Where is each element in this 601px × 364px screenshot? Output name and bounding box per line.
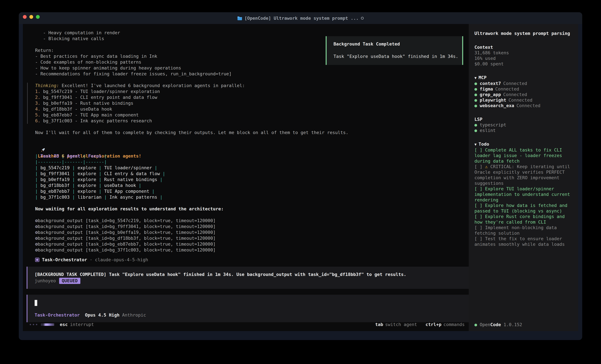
terminal-line: ⚙background_output [task_id=bg_5547c219,…: [23, 218, 469, 224]
ctrlp-key-hint[interactable]: ctrl+p: [425, 322, 441, 327]
terminal-line: | bg_f9ff3041 | explore | CLI entry & da…: [23, 171, 469, 177]
todo-item[interactable]: [ ] Explore Rust core bindings and how t…: [474, 214, 575, 225]
mcp-server-item: ●figmaConnected: [474, 86, 575, 92]
terminal-line: [23, 124, 469, 130]
close-window-button[interactable]: [23, 15, 27, 19]
user-name: junhoyeo: [35, 278, 56, 284]
terminal-line: Thinking: Excellent! I've launched 6 bac…: [28, 83, 469, 88]
context-stat: 31,686 tokens: [474, 50, 575, 56]
session-title: Ultrawork mode system prompt parsing: [474, 30, 575, 36]
tab-key-hint[interactable]: tab: [375, 322, 383, 327]
prompt-input[interactable]: Task-Orchestrator Opus 4.5 High Anthropi…: [27, 295, 469, 322]
terminal-line: ⚙background_output [task_id=bg_37f1c003,…: [23, 247, 469, 253]
input-model-label[interactable]: Opus 4.5 High: [85, 312, 119, 318]
context-stat: 16% used: [474, 56, 575, 61]
terminal-line: - Recommendations for fixing loader free…: [23, 71, 469, 77]
completed-task-text: [BACKGROUND TASK COMPLETED] Task "Explor…: [35, 271, 465, 278]
opencode-version: ● OpenCode 1.0.152: [474, 322, 522, 327]
terminal-line: | bg_37f1c003 | librarian | Ink async pa…: [23, 194, 469, 200]
terminal-line: | Task ID | Agent | Focus |: [23, 153, 469, 159]
title-bar: [OpenCode] Ultrawork mode system prompt …: [19, 12, 582, 24]
esc-key-hint[interactable]: esc: [60, 322, 68, 327]
terminal-line: ⚙background_output [task_id=bg_f9ff3041,…: [23, 224, 469, 230]
todo-item[interactable]: [ ] Complete ALL tasks to fix CLI loader…: [474, 147, 575, 164]
terminal-line: - Heavy computation in render: [23, 30, 469, 36]
terminal-line: 6. bg_37f1c003 - Ink async patterns rese…: [28, 118, 469, 124]
spinner-icon: [361, 17, 364, 19]
zoom-window-button[interactable]: [36, 15, 40, 19]
checkbox-icon[interactable]: [ ]: [474, 147, 485, 153]
mcp-server-item: ●playwrightConnected: [474, 97, 575, 103]
terminal-line: ⚙background_output [task_id=bg_eb87ebb7,…: [23, 241, 469, 247]
esc-key-label: interrupt: [70, 322, 94, 327]
terminal-line: | bg_df18bb3f | explore | useData hook |: [23, 182, 469, 188]
input-agent-label[interactable]: Task-Orchestrator: [35, 312, 80, 318]
minimize-window-button[interactable]: [30, 15, 33, 19]
queued-badge: QUEUED: [59, 278, 80, 284]
checkbox-icon[interactable]: [ ]: [474, 186, 485, 191]
terminal-line: - How to keep spinner animating during h…: [23, 65, 469, 71]
terminal-line: Now waiting for all exploration results …: [23, 206, 469, 212]
tool-output-text: Now I'll wait for all of them to complet…: [23, 124, 469, 253]
background-task-completed-box: [BACKGROUND TASK COMPLETED] Task "Explor…: [27, 267, 469, 289]
terminal-line: ⚙background_output [task_id=bg_df18bb3f,…: [23, 235, 469, 241]
lsp-server-item: ●typescript: [474, 122, 575, 128]
window-title-text: [OpenCode] Ultrawork mode system prompt …: [244, 16, 359, 21]
traffic-lights: [23, 15, 40, 19]
terminal-line: | bg_b0effa19 | explore | Rust native bi…: [23, 177, 469, 182]
rocket-icon: [35, 148, 45, 153]
terminal-line: 2. bg_f9ff3041 - CLI entry point and dat…: [28, 95, 469, 100]
text-cursor: [35, 300, 37, 306]
agent-name: Task-Orchestrator: [42, 257, 87, 263]
tab-key-label: switch agent: [385, 322, 417, 327]
mcp-server-item: ●websearch_exaConnected: [474, 103, 575, 108]
checkbox-icon[interactable]: [ ]: [474, 214, 485, 219]
todo-section: ▼Todo [ ] Complete ALL tasks to fix CLI …: [474, 141, 575, 247]
checkbox-icon[interactable]: [ ]: [474, 164, 485, 169]
todo-header[interactable]: ▼Todo: [474, 141, 575, 147]
working-spinner: [41, 323, 54, 326]
window-title: [OpenCode] Ultrawork mode system prompt …: [237, 16, 364, 21]
terminal-line: | bg_eb87ebb7 | explore | TUI App compon…: [23, 188, 469, 194]
terminal-line: 4. bg_df18bb3f - useData hook: [28, 106, 469, 112]
todo-item[interactable]: [ ] Explore how data is fetched and pass…: [474, 203, 575, 214]
status-bar: esc interrupt tab switch agent ctrl+p co…: [23, 322, 469, 327]
status-dot-icon: ●: [474, 103, 477, 108]
agent-icon: [35, 258, 39, 262]
status-dot-icon: ●: [474, 322, 477, 327]
mcp-section: ▼MCP ●context7Connected●figmaConnected●g…: [474, 75, 575, 108]
todo-item[interactable]: [ ] Implement non-blocking data fetching…: [474, 225, 575, 236]
terminal-line: [23, 135, 469, 141]
status-dot-icon: ●: [474, 122, 477, 128]
toast-notification[interactable]: Background Task Completed Task "Explore …: [326, 36, 463, 65]
chevron-down-icon[interactable]: ▼: [474, 76, 477, 80]
chevron-down-icon[interactable]: ▼: [474, 142, 477, 146]
progress-dots-icon: [30, 324, 37, 325]
model-name: claude-opus-4-5-high: [95, 257, 148, 263]
checkbox-icon[interactable]: [ ]: [474, 225, 485, 230]
status-dot-icon: ●: [474, 128, 477, 133]
notification-body: Task "Explore useData hook" finished in …: [333, 54, 462, 59]
mcp-header[interactable]: ▼MCP: [474, 75, 575, 81]
checkbox-icon[interactable]: [ ]: [474, 203, 485, 208]
thinking-block: Thinking: Excellent! I've launched 6 bac…: [27, 83, 469, 124]
todo-item[interactable]: [ ] Test the fix to ensure loader animat…: [474, 236, 575, 247]
lsp-header: LSP: [474, 117, 575, 122]
status-dot-icon: ●: [474, 92, 477, 97]
todo-item[interactable]: [ ] ⚠ CRITICAL: Keep iterating until Ora…: [474, 164, 575, 186]
checkbox-icon[interactable]: [ ]: [474, 236, 485, 241]
mcp-server-item: ●grep_appConnected: [474, 92, 575, 97]
message-header: Task-Orchestrator · claude-opus-4-5-high: [23, 257, 469, 263]
terminal-panel[interactable]: - Heavy computation in render - Blocking…: [23, 24, 469, 331]
todo-item[interactable]: [ ] Explore TUI loader/spinner implement…: [474, 186, 575, 203]
terminal-line: Launched 6 parallel exploration agents!: [23, 141, 469, 147]
status-dot-icon: ●: [474, 86, 477, 92]
terminal-line: | bg_5547c219 | explore | TUI loader/spi…: [23, 165, 469, 171]
notification-title: Background Task Completed: [333, 41, 462, 47]
terminal-line: Now I'll wait for all of them to complet…: [23, 130, 469, 135]
terminal-line: ⚙background_output [task_id=bg_b0effa19,…: [23, 230, 469, 235]
status-dot-icon: ●: [474, 81, 477, 86]
terminal-line: 5. bg_eb87ebb7 - TUI App main component: [28, 112, 469, 118]
terminal-line: [23, 200, 469, 206]
context-section: Context 31,686 tokens16% used$0.00 spent: [474, 45, 575, 67]
